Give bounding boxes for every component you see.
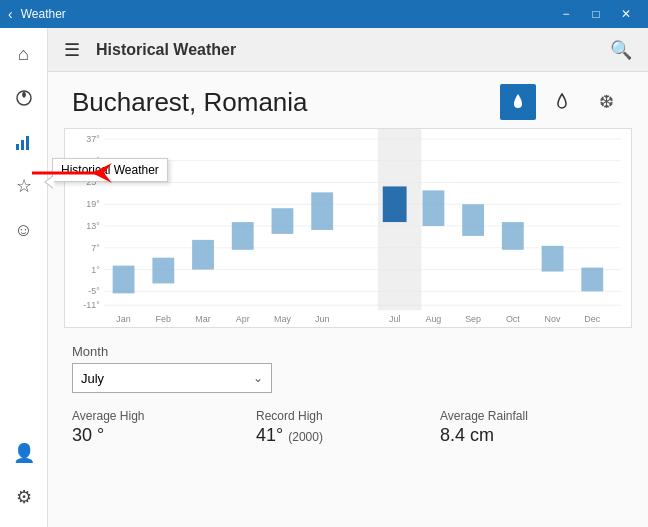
svg-rect-26 bbox=[152, 258, 174, 284]
svg-rect-1 bbox=[16, 144, 19, 150]
back-button[interactable]: ‹ bbox=[8, 6, 13, 22]
svg-text:Oct: Oct bbox=[506, 314, 520, 324]
month-select-value: July bbox=[81, 371, 253, 386]
stat-avg-rainfall-label: Average Rainfall bbox=[440, 409, 624, 423]
svg-text:Jun: Jun bbox=[315, 314, 329, 324]
stat-avg-rainfall-value: 8.4 cm bbox=[440, 425, 624, 446]
city-header: Bucharest, Romania ❆ bbox=[48, 72, 648, 128]
city-icon-group: ❆ bbox=[500, 84, 624, 120]
svg-text:37°: 37° bbox=[86, 134, 100, 144]
svg-text:-5°: -5° bbox=[88, 286, 100, 296]
svg-text:Nov: Nov bbox=[545, 314, 561, 324]
month-label: Month bbox=[72, 344, 624, 359]
svg-rect-25 bbox=[113, 266, 135, 294]
search-icon[interactable]: 🔍 bbox=[610, 39, 632, 61]
svg-rect-27 bbox=[192, 240, 214, 270]
stat-record-high-value: 41° (2000) bbox=[256, 425, 440, 446]
svg-rect-2 bbox=[21, 140, 24, 150]
hamburger-button[interactable]: ☰ bbox=[64, 39, 80, 61]
window-controls: − □ ✕ bbox=[552, 0, 640, 28]
svg-text:Aug: Aug bbox=[425, 314, 441, 324]
svg-text:Dec: Dec bbox=[584, 314, 600, 324]
svg-rect-31 bbox=[383, 186, 407, 222]
stat-avg-rainfall: Average Rainfall 8.4 cm bbox=[440, 409, 624, 446]
snow-toggle-button[interactable]: ❆ bbox=[588, 84, 624, 120]
stat-avg-high-label: Average High bbox=[72, 409, 256, 423]
svg-text:1°: 1° bbox=[91, 265, 100, 275]
sidebar-item-feedback[interactable]: ☺ bbox=[0, 208, 48, 252]
page-title: Historical Weather bbox=[96, 41, 610, 59]
sidebar: ⌂ ☆ ☺ Historical Weather 👤 ⚙ bbox=[0, 28, 48, 527]
svg-rect-32 bbox=[422, 190, 444, 226]
svg-text:Apr: Apr bbox=[236, 314, 250, 324]
svg-text:Feb: Feb bbox=[156, 314, 171, 324]
svg-text:19°: 19° bbox=[86, 199, 100, 209]
svg-rect-34 bbox=[502, 222, 524, 250]
titlebar-title: Weather bbox=[21, 7, 552, 21]
svg-text:Mar: Mar bbox=[195, 314, 210, 324]
stats-section: Average High 30 ° Record High 41° (2000)… bbox=[48, 401, 648, 454]
month-select-dropdown[interactable]: July ⌄ bbox=[72, 363, 272, 393]
svg-rect-29 bbox=[272, 208, 294, 234]
sidebar-item-home[interactable]: ⌂ bbox=[0, 32, 48, 76]
app-container: ⌂ ☆ ☺ Historical Weather 👤 ⚙ bbox=[0, 28, 648, 527]
svg-text:13°: 13° bbox=[86, 221, 100, 231]
stat-record-high-sub: (2000) bbox=[288, 430, 323, 444]
svg-text:May: May bbox=[274, 314, 291, 324]
svg-rect-28 bbox=[232, 222, 254, 250]
maximize-button[interactable]: □ bbox=[582, 0, 610, 28]
svg-text:Jan: Jan bbox=[116, 314, 130, 324]
sidebar-item-account[interactable]: 👤 bbox=[0, 431, 48, 475]
svg-rect-3 bbox=[26, 136, 29, 150]
chevron-down-icon: ⌄ bbox=[253, 371, 263, 385]
svg-text:7°: 7° bbox=[91, 243, 100, 253]
svg-rect-33 bbox=[462, 204, 484, 236]
stat-avg-high-value: 30 ° bbox=[72, 425, 256, 446]
svg-text:Jul: Jul bbox=[389, 314, 400, 324]
stat-record-high-label: Record High bbox=[256, 409, 440, 423]
content-area: ☰ Historical Weather 🔍 Bucharest, Romani… bbox=[48, 28, 648, 527]
close-button[interactable]: ✕ bbox=[612, 0, 640, 28]
titlebar: ‹ Weather − □ ✕ bbox=[0, 0, 648, 28]
sidebar-bottom: 👤 ⚙ bbox=[0, 431, 48, 519]
svg-text:Sep: Sep bbox=[465, 314, 481, 324]
tooltip-arrow-red bbox=[32, 158, 112, 188]
svg-rect-36 bbox=[581, 268, 603, 292]
svg-rect-30 bbox=[311, 192, 333, 230]
header-bar: ☰ Historical Weather 🔍 bbox=[48, 28, 648, 72]
city-name: Bucharest, Romania bbox=[72, 87, 500, 118]
svg-text:-11°: -11° bbox=[83, 300, 100, 310]
minimize-button[interactable]: − bbox=[552, 0, 580, 28]
sidebar-item-current[interactable] bbox=[0, 76, 48, 120]
sidebar-item-settings[interactable]: ⚙ bbox=[0, 475, 48, 519]
month-section: Month July ⌄ bbox=[48, 336, 648, 401]
svg-rect-35 bbox=[542, 246, 564, 272]
droplet-toggle-button[interactable] bbox=[544, 84, 580, 120]
rain-toggle-button[interactable] bbox=[500, 84, 536, 120]
stat-avg-high: Average High 30 ° bbox=[72, 409, 256, 446]
stat-record-high: Record High 41° (2000) bbox=[256, 409, 440, 446]
